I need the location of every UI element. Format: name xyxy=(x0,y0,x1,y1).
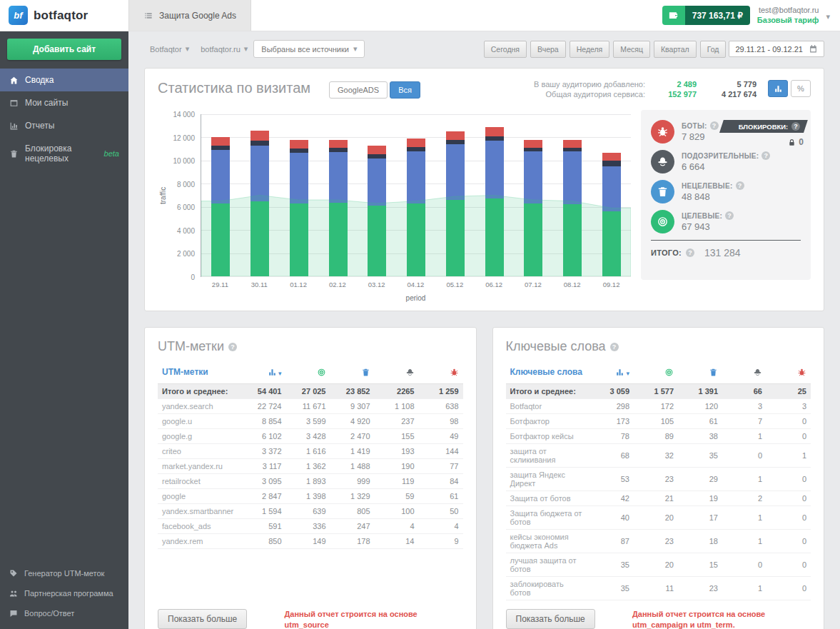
keywords-table-title[interactable]: Ключевые слова xyxy=(510,367,586,377)
blocks-label-banner: БЛОКИРОВКИ: xyxy=(719,120,808,133)
bar-slot xyxy=(279,114,318,276)
site-select-label: botfaqtor.ru xyxy=(201,45,241,54)
chart-view-button[interactable] xyxy=(768,80,788,97)
help-icon[interactable] xyxy=(791,122,800,131)
suspicious-column[interactable] xyxy=(370,368,415,377)
show-more-button[interactable]: Показать больше xyxy=(158,609,247,629)
chevron-down-icon xyxy=(353,44,358,54)
home-icon xyxy=(9,76,19,85)
sidebar-item-svodka[interactable]: Сводка xyxy=(0,69,128,91)
date-range-picker[interactable]: 29.11.21 - 09.12.21 xyxy=(729,41,824,57)
bar-30.11[interactable] xyxy=(251,131,269,276)
row-value: 3 059 xyxy=(585,387,629,396)
utm-table-header: UTM-метки xyxy=(158,363,463,384)
table-row: Защита бюджета от ботов40201710 xyxy=(506,506,811,530)
account-menu[interactable]: test@botfaqtor.ru Базовый тариф xyxy=(757,6,819,26)
tab-google-ads-protection[interactable]: Защита Google Ads xyxy=(128,0,251,31)
chevron-down-icon[interactable] xyxy=(826,9,830,22)
period-button-5[interactable]: Год xyxy=(700,41,727,58)
period-button-3[interactable]: Месяц xyxy=(613,41,650,58)
row-value: 9 xyxy=(415,537,459,545)
spy-icon xyxy=(405,368,415,377)
bar-06.12[interactable] xyxy=(485,127,504,276)
toggle-all-button[interactable]: Вся xyxy=(390,81,420,99)
sidebar-item-partner-program[interactable]: Партнерская программа xyxy=(0,583,128,603)
sidebar-item-faq[interactable]: Вопрос/Ответ xyxy=(0,603,128,623)
row-label: Итого и среднее: xyxy=(162,387,238,396)
period-button-4[interactable]: Квартал xyxy=(654,41,697,58)
keywords-table-body: Итого и среднее:3 0591 5771 3916625Botfa… xyxy=(506,384,811,600)
target-column[interactable] xyxy=(282,368,326,377)
bar-segment-нецелевые xyxy=(602,166,621,211)
keywords-card-title-row: Ключевые слова xyxy=(506,339,811,354)
bar-07.12[interactable] xyxy=(524,140,542,276)
sidebar-item-reports[interactable]: Отчеты xyxy=(0,114,128,137)
help-icon[interactable] xyxy=(736,181,744,190)
period-button-2[interactable]: Неделя xyxy=(570,41,610,58)
bar-01.12[interactable] xyxy=(290,140,308,276)
bar-04.12[interactable] xyxy=(407,139,425,276)
source-select[interactable]: Выбраны все источники xyxy=(253,40,365,58)
row-value: 4 xyxy=(415,522,459,530)
period-button-0[interactable]: Сегодня xyxy=(484,41,527,58)
keywords-table-header: Ключевые слова xyxy=(506,363,811,384)
site-select[interactable]: botfaqtor.ru xyxy=(195,41,253,57)
bar-02.12[interactable] xyxy=(329,140,348,276)
help-icon[interactable] xyxy=(725,211,734,220)
add-site-button[interactable]: Добавить сайт xyxy=(7,39,121,60)
help-icon[interactable] xyxy=(686,248,694,257)
bar-segment-нецелевые xyxy=(407,151,425,203)
help-icon[interactable] xyxy=(228,343,237,351)
junk-column[interactable] xyxy=(674,368,718,377)
sidebar-item-utm-generator[interactable]: Генератор UTM-меток xyxy=(0,563,128,583)
table-row: Итого и среднее:54 40127 02523 85222651 … xyxy=(158,384,463,399)
sidebar-item-my-sites[interactable]: Мои сайты xyxy=(0,91,128,114)
x-tick-label: 08.12 xyxy=(552,281,592,288)
show-more-button[interactable]: Показать больше xyxy=(506,609,595,629)
date-range-value: 29.11.21 - 09.12.21 xyxy=(735,45,803,54)
keywords-footnote: Данный отчет строится на основе utm_camp… xyxy=(632,609,811,629)
audience-stats: В вашу аудиторию добавлено: 2 489 5 779 … xyxy=(534,80,756,99)
topbar-right: 737 163,71 ₽ test@botfaqtor.ru Базовый т… xyxy=(662,0,840,31)
bot-icon xyxy=(450,368,459,377)
bar-29.11[interactable] xyxy=(211,137,230,276)
balance-chip[interactable]: 737 163,71 ₽ xyxy=(662,6,750,25)
utm-table-title[interactable]: UTM-метки xyxy=(162,367,238,377)
row-value: 9 307 xyxy=(326,402,370,411)
x-tick-label: 07.12 xyxy=(514,281,553,288)
bar-chart-icon xyxy=(268,368,277,377)
suspicious-column[interactable] xyxy=(718,368,762,377)
junk-column[interactable] xyxy=(326,368,370,377)
help-icon[interactable] xyxy=(710,121,719,130)
target-column[interactable] xyxy=(629,368,674,377)
bar-09.12[interactable] xyxy=(602,153,621,276)
sidebar-item-block-junk[interactable]: Блокировка нецелевыхbeta xyxy=(0,137,128,170)
bar-08.12[interactable] xyxy=(563,140,582,276)
row-value: 0 xyxy=(762,560,806,569)
toggle-googleads-button[interactable]: GoogleADS xyxy=(329,81,388,99)
help-icon[interactable] xyxy=(761,151,770,160)
row-value: 18 xyxy=(674,537,718,545)
sort-visits-column[interactable] xyxy=(238,366,282,378)
period-button-1[interactable]: Вчера xyxy=(530,41,566,58)
row-value: 1 488 xyxy=(326,462,370,471)
trash-icon xyxy=(9,149,19,158)
utm-card-title: UTM-метки xyxy=(158,339,224,354)
sort-visits-column[interactable] xyxy=(585,366,629,378)
row-value: 29 xyxy=(674,475,718,483)
bar-03.12[interactable] xyxy=(368,146,386,276)
y-tick-label: 10 000 xyxy=(173,157,195,165)
row-value: 144 xyxy=(415,447,459,456)
project-select[interactable]: Botfaqtor xyxy=(144,41,195,57)
suspicious-value: 6 664 xyxy=(682,161,770,172)
bar-segment-боты xyxy=(368,146,386,154)
audience-service-green: 152 977 xyxy=(655,90,697,99)
bar-05.12[interactable] xyxy=(446,131,465,276)
sidebar-item-label: Генератор UTM-меток xyxy=(24,569,104,578)
percent-view-button[interactable]: % xyxy=(791,80,811,97)
chart-mode-buttons: % xyxy=(768,80,811,97)
bar-segment-нецелевые xyxy=(524,151,542,203)
bots-column[interactable] xyxy=(762,368,806,377)
help-icon[interactable] xyxy=(610,343,619,351)
bots-column[interactable] xyxy=(415,368,459,377)
